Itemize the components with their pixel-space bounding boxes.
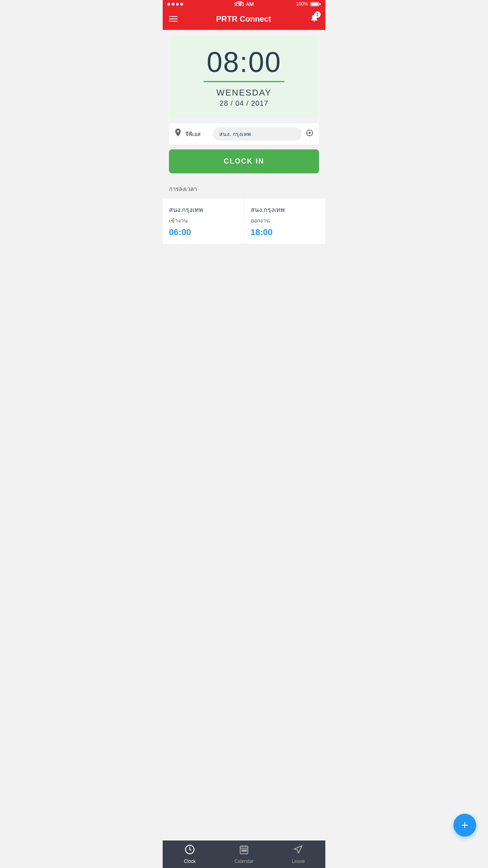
- record-out-type: ออกงาน: [251, 216, 319, 225]
- clock-day-display: WENESDAY: [177, 88, 311, 98]
- app-title: PRTR Connect: [216, 15, 271, 24]
- time-record-out: สนง.กรุงเทพ ออกงาน 18:00: [244, 199, 326, 244]
- notification-bell[interactable]: 1: [310, 13, 319, 25]
- clock-time-display: 08:00: [177, 48, 311, 76]
- record-in-type: เข้างาน: [169, 216, 238, 225]
- svg-point-0: [309, 132, 311, 134]
- record-in-location: สนง.กรุงเทพ: [169, 205, 238, 215]
- gps-label: จีพีเอส: [185, 130, 209, 138]
- clock-date-display: 28 / 04 / 2017: [177, 99, 311, 108]
- signal-dots: [167, 3, 183, 6]
- battery-percent: 100%: [296, 1, 308, 7]
- clock-in-button[interactable]: CLOCK IN: [169, 149, 319, 173]
- hamburger-menu-icon[interactable]: [169, 16, 178, 22]
- location-pin-icon: [174, 129, 182, 139]
- top-nav: PRTR Connect 1: [163, 8, 325, 30]
- target-icon[interactable]: [306, 129, 314, 139]
- time-record-container: สนง.กรุงเทพ เข้างาน 06:00 สนง.กรุงเทพ ออ…: [163, 199, 325, 244]
- main-content: 08:00 WENESDAY 28 / 04 / 2017 จีพีเอส สน…: [163, 30, 325, 180]
- spacer: [163, 244, 325, 322]
- battery-area: 100%: [296, 1, 321, 7]
- status-bar: 9:41 AM 100%: [163, 0, 325, 8]
- battery-icon: [310, 2, 321, 6]
- status-time: 9:41 AM: [234, 1, 253, 7]
- time-record-in: สนง.กรุงเทพ เข้างาน 06:00: [163, 199, 244, 244]
- gps-location-pill[interactable]: สนง. กรุงเทพ: [213, 127, 302, 141]
- record-out-time: 18:00: [251, 227, 319, 237]
- clock-card: 08:00 WENESDAY 28 / 04 / 2017: [169, 36, 319, 117]
- record-in-time: 06:00: [169, 227, 238, 237]
- section-label: การลงเวลา: [163, 180, 325, 199]
- clock-divider: [204, 81, 284, 82]
- notification-badge: 1: [314, 11, 321, 18]
- gps-row: จีพีเอส สนง. กรุงเทพ: [169, 123, 319, 145]
- record-out-location: สนง.กรุงเทพ: [251, 205, 319, 215]
